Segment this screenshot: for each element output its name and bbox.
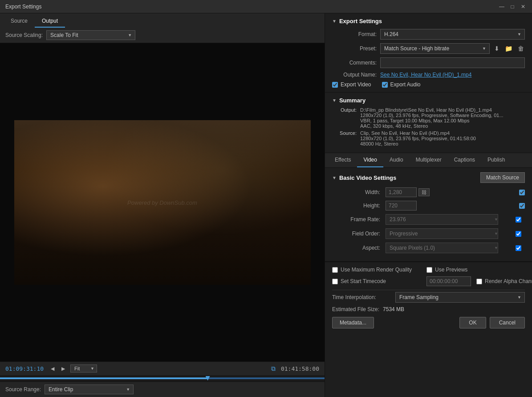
export-options-row: Export Video Export Audio <box>332 81 525 88</box>
height-checkbox[interactable] <box>519 203 525 209</box>
settings-tabs: Effects Video Audio Multiplexer Captions… <box>325 153 532 168</box>
timecode-end: 01:41:58:00 <box>279 365 319 372</box>
render-alpha-label[interactable]: Render Alpha Channel Only <box>476 278 532 284</box>
source-range-select-wrapper: Entire Clip Work Area In to Out <box>45 385 134 394</box>
set-start-timecode-label[interactable]: Set Start Timecode <box>332 278 421 284</box>
use-previews-checkbox[interactable] <box>426 267 432 273</box>
format-label: Format: <box>332 31 377 37</box>
watermark: Powered by DownSub.com <box>127 199 197 206</box>
fit-select-wrapper: Fit 25% 50% 75% 100% <box>70 365 97 373</box>
field-order-select-wrap: Progressive Upper First Lower First <box>386 228 512 239</box>
export-settings-title: Export Settings <box>339 18 382 24</box>
preset-save-button[interactable]: ⬇ <box>493 44 500 53</box>
export-video-checkbox[interactable] <box>332 82 338 88</box>
width-label: Width: <box>332 189 386 195</box>
minimize-button[interactable]: — <box>498 3 505 10</box>
tab-bar: Source Output <box>0 13 325 28</box>
preset-import-button[interactable]: 📁 <box>504 44 513 53</box>
field-order-select[interactable]: Progressive Upper First Lower First <box>386 228 498 239</box>
cancel-button[interactable]: Cancel <box>490 317 525 328</box>
comments-input[interactable] <box>380 57 525 68</box>
dimension-link-button[interactable]: ⛓ <box>418 188 430 196</box>
tab-source[interactable]: Source <box>4 15 35 28</box>
render-quality-row: Use Maximum Render Quality Use Previews <box>332 267 525 273</box>
video-preview: Powered by DownSub.com <box>0 43 325 361</box>
metadata-button[interactable]: Metadata... <box>332 317 374 328</box>
source-scaling-bar: Source Scaling: Scale To Fit Scale To Fi… <box>0 28 325 43</box>
source-scaling-select[interactable]: Scale To Fit Scale To Fill Stretch To Fi… <box>46 30 135 40</box>
tab-captions[interactable]: Captions <box>448 153 481 167</box>
width-checkbox[interactable] <box>519 190 525 195</box>
comments-row: Comments: <box>332 57 525 68</box>
render-alpha-text: Render Alpha Channel Only <box>485 278 532 284</box>
width-input[interactable] <box>386 187 417 197</box>
export-audio-text: Export Audio <box>390 81 421 88</box>
progress-bar-fill <box>0 377 208 379</box>
field-order-label: Field Order: <box>332 231 386 237</box>
frame-rate-checkbox[interactable] <box>516 217 521 223</box>
preset-select[interactable]: Match Source - High bitrate Match Source… <box>380 43 490 54</box>
interpolation-label: Time Interpolation: <box>332 294 390 300</box>
basic-video-settings-section: ▼ Basic Video Settings Match Source Widt… <box>325 168 532 262</box>
summary-section: ▼ Summary Output: D:\Film_pp Blindstyre\… <box>325 93 532 153</box>
output-name-link[interactable]: See No Evil, Hear No Evil (HD)_1.mp4 <box>380 72 471 78</box>
file-size-label: Estimated File Size: <box>332 306 379 312</box>
interpolation-select[interactable]: Frame Sampling Frame Blending Optical Fl… <box>395 292 525 303</box>
aspect-select[interactable]: Square Pixels (1.0) D1/DV NTSC (0.9091) <box>386 243 498 253</box>
frame-rate-select[interactable]: 23.976 24 25 29.97 30 <box>386 214 498 225</box>
main-container: Source Output Source Scaling: Scale To F… <box>0 13 532 397</box>
output-name-row: Output Name: See No Evil, Hear No Evil (… <box>332 72 525 78</box>
source-range-label: Source Range: <box>5 386 41 393</box>
prev-frame-button[interactable]: ◀ <box>49 365 56 373</box>
fit-select[interactable]: Fit 25% 50% 75% 100% <box>70 365 97 373</box>
aspect-checkbox[interactable] <box>516 245 521 251</box>
export-audio-checkbox[interactable] <box>382 82 388 88</box>
tab-video[interactable]: Video <box>357 153 383 167</box>
comments-label: Comments: <box>332 60 377 66</box>
export-settings-section: ▼ Export Settings Format: H.264 H.265 (H… <box>325 13 532 93</box>
tab-multiplexer[interactable]: Multiplexer <box>410 153 448 167</box>
source-range-select[interactable]: Entire Clip Work Area In to Out <box>45 385 134 394</box>
progress-bar-container[interactable] <box>0 375 325 381</box>
timecode-value-input[interactable] <box>426 276 471 286</box>
export-video-label[interactable]: Export Video <box>332 81 371 88</box>
window-controls: — □ ✕ <box>498 3 527 10</box>
clip-icon: ⧉ <box>271 365 276 373</box>
preset-row: Preset: Match Source - High bitrate Matc… <box>332 43 525 54</box>
summary-collapse[interactable]: ▼ <box>332 98 337 103</box>
ok-cancel-group: OK Cancel <box>459 317 525 328</box>
use-previews-label[interactable]: Use Previews <box>426 267 516 273</box>
frame-rate-row: Frame Rate: 23.976 24 25 29.97 30 <box>332 214 525 225</box>
set-start-timecode-checkbox[interactable] <box>332 279 338 284</box>
basic-video-collapse[interactable]: ▼ <box>332 175 337 180</box>
preset-delete-button[interactable]: 🗑 <box>517 44 525 53</box>
preset-label: Preset: <box>332 45 377 52</box>
file-size-value: 7534 MB <box>383 306 404 312</box>
tab-audio[interactable]: Audio <box>383 153 410 167</box>
summary-header: ▼ Summary <box>332 97 525 104</box>
format-select-wrapper: H.264 H.265 (HEVC) QuickTime MPEG2 AVI <box>380 29 525 40</box>
summary-source-val: Clip, See No Evil, Hear No Evil (HD).mp4… <box>360 130 525 146</box>
render-alpha-checkbox[interactable] <box>476 279 482 284</box>
export-audio-label[interactable]: Export Audio <box>382 81 421 88</box>
frame-rate-select-wrap: 23.976 24 25 29.97 30 <box>386 214 512 225</box>
right-panel: ▼ Export Settings Format: H.264 H.265 (H… <box>325 13 532 397</box>
match-source-button[interactable]: Match Source <box>480 172 525 183</box>
ok-button[interactable]: OK <box>459 317 486 328</box>
tab-output[interactable]: Output <box>35 15 65 28</box>
close-button[interactable]: ✕ <box>520 3 527 10</box>
file-size-row: Estimated File Size: 7534 MB <box>332 306 525 312</box>
export-settings-collapse[interactable]: ▼ <box>332 19 337 24</box>
max-render-quality-checkbox[interactable] <box>332 267 338 273</box>
maximize-button[interactable]: □ <box>509 3 516 10</box>
max-render-quality-label[interactable]: Use Maximum Render Quality <box>332 267 421 273</box>
format-select[interactable]: H.264 H.265 (HEVC) QuickTime MPEG2 AVI <box>380 29 525 40</box>
tab-effects[interactable]: Effects <box>329 153 357 167</box>
summary-output-val: D:\Film_pp Blindstyre\See No Evil, Hear … <box>360 107 525 129</box>
field-order-checkbox[interactable] <box>516 231 521 237</box>
output-name-label: Output Name: <box>332 72 377 78</box>
height-input[interactable] <box>386 201 417 211</box>
tab-publish[interactable]: Publish <box>481 153 511 167</box>
next-frame-button[interactable]: ▶ <box>60 365 67 373</box>
action-buttons-row: Metadata... OK Cancel <box>332 317 525 328</box>
